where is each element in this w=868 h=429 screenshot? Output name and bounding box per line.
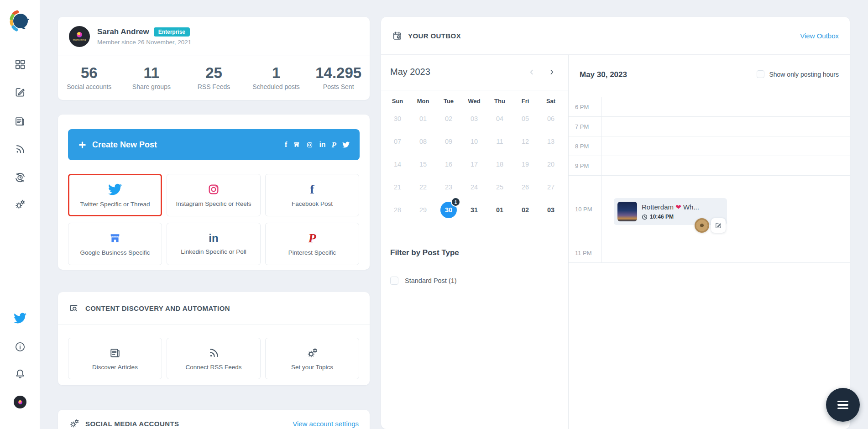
calendar-day[interactable]: 30 1 [436,199,461,221]
sidebar-item-notifications[interactable] [11,365,29,383]
view-account-settings-link[interactable]: View account settings [293,420,359,428]
schedule-hour-row[interactable]: 11 PM [569,243,850,262]
sidebar-item-settings[interactable] [11,195,29,214]
standard-post-checkbox[interactable] [390,277,398,285]
rss-icon [14,143,26,155]
scheduled-post-card[interactable]: Rotterdam ❤ Wh... 10:46 PM [614,198,727,225]
calendar-day[interactable]: 03 [538,199,564,221]
schedule-hour-row[interactable]: 9 PM [569,156,850,175]
day-of-week-label: Tue [436,95,461,107]
profile-avatar[interactable]: Marketing [69,26,90,47]
calendar-day[interactable]: 09 [436,130,461,153]
post-type-pinterest[interactable]: P Pinterest Specific [265,223,359,265]
calendar-month-label: May 2023 [390,67,430,77]
sidebar-item-info[interactable] [11,338,29,356]
calendar-day[interactable]: 02 [436,107,461,130]
create-new-post-button[interactable]: Create New Post f in P [68,129,360,160]
calendar-day[interactable]: 24 [461,176,487,199]
calendar-day[interactable]: 08 [410,130,436,153]
calendar-day[interactable]: 20 [538,153,564,176]
day-of-week-label: Sat [538,95,564,107]
discover-articles-button[interactable]: Discover Articles [68,338,162,379]
calendar-day[interactable]: 10 [461,130,487,153]
calendar-day[interactable]: 07 [385,130,410,153]
floating-menu-button[interactable] [826,388,860,422]
calendar-day[interactable]: 03 [461,107,487,130]
calendar-day[interactable]: 25 [487,176,512,199]
post-type-facebook[interactable]: f Facebook Post [265,174,359,216]
filter-option-standard-post[interactable]: Standard Post (1) [390,277,457,285]
stat-rss-feeds[interactable]: 25 RSS Feeds [183,56,245,99]
instagram-icon [207,183,220,196]
facebook-icon: f [285,141,287,148]
calendar-day[interactable]: 16 [436,153,461,176]
calendar-day[interactable]: 06 [538,107,564,130]
sidebar-item-articles[interactable] [11,112,29,131]
sidebar-item-queue[interactable] [11,168,29,187]
calendar-day[interactable]: 11 [487,130,512,153]
calendar-day[interactable]: 13 [538,130,564,153]
posting-hours-checkbox[interactable] [757,70,764,78]
google-business-icon [293,141,300,148]
day-of-week-label: Sun [385,95,410,107]
set-your-topics-button[interactable]: Set your Topics [265,338,359,379]
calendar-day[interactable]: 01 [487,199,512,221]
calendar-day[interactable]: 01 [410,107,436,130]
day-of-week-label: Wed [461,95,487,107]
screen-search-icon [69,303,80,314]
connect-rss-feeds-button[interactable]: Connect RSS Feeds [167,338,261,379]
post-type-google-business[interactable]: Google Business Specific [68,223,162,265]
stat-posts-sent[interactable]: 14.295 Posts Sent [307,56,370,99]
calendar-day[interactable]: 31 [461,199,487,221]
calendar-day[interactable]: 29 [410,199,436,221]
calendar-next-month-button[interactable] [548,68,555,76]
post-type-instagram[interactable]: Instagram Specific or Reels [167,174,261,216]
stats-row: 56 Social accounts 11 Share groups 25 RS… [58,56,370,99]
calendar-prev-month-button[interactable] [528,68,535,76]
twitter-icon [108,183,122,196]
sidebar-item-dashboard[interactable] [11,55,29,73]
create-new-post-label: Create New Post [92,140,157,150]
schedule-hour-row[interactable]: 6 PM [569,97,850,116]
calendar-day[interactable]: 02 [512,199,538,221]
show-only-posting-hours-toggle[interactable]: Show only posting hours [757,70,839,78]
calendar-day[interactable]: 26 [512,176,538,199]
circleboom-logo-icon [9,10,31,32]
view-outbox-link[interactable]: View Outbox [800,32,839,40]
sidebar-user-avatar[interactable] [11,393,29,411]
calendar-day[interactable]: 23 [436,176,461,199]
post-type-twitter[interactable]: Twitter Specific or Thread [68,174,162,216]
account-avatar[interactable] [695,218,709,233]
calendar-divider [381,90,568,90]
stat-social-accounts[interactable]: 56 Social accounts [58,56,120,99]
calendar-day[interactable]: 14 [385,153,410,176]
sidebar-item-rss[interactable] [11,140,29,158]
calendar-day[interactable]: 15 [410,153,436,176]
discovery-card: CONTENT DISCOVERY AND AUTOMATION Discove… [58,292,370,385]
calendar-day[interactable]: 21 [385,176,410,199]
sidebar-item-compose[interactable] [11,83,29,101]
circleboom-logo[interactable] [9,10,31,32]
schedule-date-label: May 30, 2023 [580,70,627,79]
calendar-day[interactable]: 27 [538,176,564,199]
calendar-day[interactable]: 05 [512,107,538,130]
calendar-day[interactable]: 17 [461,153,487,176]
calendar-day[interactable]: 22 [410,176,436,199]
schedule-hour-row[interactable]: 7 PM [569,116,850,136]
sidebar-item-twitter-account[interactable] [11,309,29,327]
post-time: 10:46 PM [642,214,699,220]
stat-share-groups[interactable]: 11 Share groups [120,56,183,99]
discovery-header: CONTENT DISCOVERY AND AUTOMATION [58,292,370,325]
calendar-day[interactable]: 19 [512,153,538,176]
calendar-day[interactable]: 12 [512,130,538,153]
schedule-hour-row[interactable]: 8 PM [569,136,850,156]
calendar-day[interactable]: 28 [385,199,410,221]
accounts-card: SOCIAL MEDIA ACCOUNTS View account setti… [58,410,370,429]
calendar-day[interactable]: 04 [487,107,512,130]
edit-post-button[interactable] [711,218,726,233]
post-thumbnail [617,202,637,221]
calendar-day[interactable]: 18 [487,153,512,176]
post-type-linkedin[interactable]: in Linkedin Specific or Poll [167,223,261,265]
calendar-day[interactable]: 30 [385,107,410,130]
stat-scheduled-posts[interactable]: 1 Scheduled posts [245,56,308,99]
